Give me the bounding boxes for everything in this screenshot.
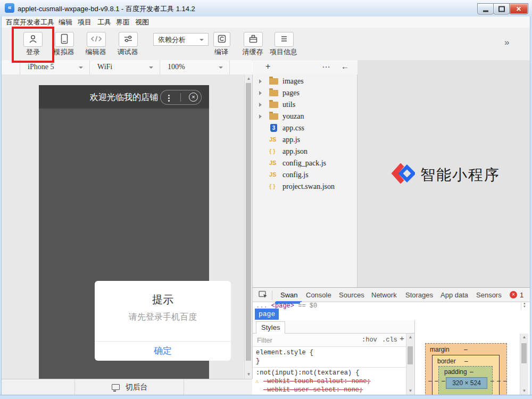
switch-background-button[interactable]: 切后台 (75, 379, 184, 395)
tree-item-images[interactable]: images (253, 76, 357, 87)
tab-console[interactable]: Console (306, 291, 331, 299)
network-select-value: WiFi (97, 63, 112, 71)
compile-label: 编译 (205, 47, 237, 57)
simulator-scrollbar[interactable]: ▲ ▼ (244, 74, 253, 379)
file-panel-more-button[interactable]: … (322, 60, 330, 70)
padding-right-value[interactable]: – (491, 377, 494, 385)
menu-item-ui[interactable]: 界面 (116, 18, 130, 27)
box-model-border[interactable]: border – padding – 320 × 524 (432, 355, 500, 395)
add-file-button[interactable]: + (265, 62, 270, 71)
tree-item-pages[interactable]: pages (253, 87, 357, 99)
folder-icon (269, 78, 278, 85)
error-badge-icon[interactable]: × (510, 291, 517, 298)
elements-panel: ... <page> == $0 ▲▼ page (253, 302, 530, 320)
warning-icon: ⚠ (255, 378, 259, 385)
maximize-button[interactable] (493, 3, 510, 14)
css-prop-touch-callout[interactable]: -webkit-touch-callout: none; (263, 378, 371, 385)
file-name: app.json (282, 147, 307, 156)
expand-arrow-icon[interactable] (259, 114, 262, 119)
box-model-scrollbar[interactable]: ▲ ▼ (520, 334, 528, 395)
plus-icon: + (265, 62, 270, 71)
debugger-button[interactable] (119, 32, 138, 47)
padding-top-value[interactable]: – (470, 368, 473, 376)
menu-item-view[interactable]: 视图 (135, 18, 149, 27)
filter-input[interactable]: Filter (257, 336, 272, 344)
login-button[interactable] (23, 32, 43, 47)
dialog-confirm-button[interactable]: 确定 (95, 341, 231, 361)
tab-network[interactable]: Network (371, 291, 397, 299)
menu-item-devtools[interactable]: 百度开发者工具 (6, 18, 54, 27)
file-name: images (282, 77, 304, 86)
box-model-margin[interactable]: margin – border – padding – 320 × 524 (425, 343, 507, 395)
project-info-button[interactable] (275, 32, 294, 47)
box-model-padding[interactable]: padding – 320 × 524 (438, 366, 493, 395)
minimize-button[interactable] (477, 3, 494, 14)
menu-item-project[interactable]: 项目 (78, 18, 92, 27)
hover-state-button[interactable]: :hov (362, 336, 377, 344)
more-menu-button[interactable] (168, 94, 170, 103)
scrollbar-thumb[interactable] (408, 346, 413, 364)
scroll-stepper-icon[interactable]: ▲▼ (523, 302, 526, 309)
clear-cache-button[interactable] (244, 32, 263, 47)
margin-left-value[interactable]: – (428, 377, 432, 385)
border-right-value[interactable]: – (497, 377, 501, 385)
tab-swan[interactable]: Swan (280, 291, 298, 299)
device-select[interactable]: iPhone 5 (20, 60, 89, 74)
dependency-analysis-select[interactable]: 依赖分析 (153, 33, 209, 46)
tab-sensors[interactable]: Sensors (476, 291, 502, 299)
scroll-up-icon[interactable]: ▲ (406, 335, 414, 339)
brand-logo: 智能小程序 (390, 162, 518, 186)
editor-button[interactable] (87, 32, 106, 47)
menu-item-edit[interactable]: 编辑 (59, 18, 72, 27)
tree-item-app-json[interactable]: { } app.json (253, 146, 357, 157)
simulator-button[interactable] (55, 32, 74, 47)
margin-right-value[interactable]: – (503, 377, 507, 385)
scroll-up-icon[interactable]: ▲ (245, 76, 253, 81)
selected-node-chip[interactable]: page (255, 309, 279, 320)
expand-arrow-icon[interactable] (259, 91, 262, 95)
tree-item-config-js[interactable]: JS config.js (253, 169, 357, 181)
toolbar-overflow-button[interactable]: » (504, 37, 509, 48)
compile-button[interactable] (213, 32, 230, 47)
network-select[interactable]: WiFi (89, 60, 160, 74)
styles-scrollbar[interactable]: ▲ ▼ (406, 334, 414, 395)
tree-item-utils[interactable]: utils (253, 99, 357, 111)
css-prop-user-select[interactable]: -webkit-user-select: none; (263, 386, 363, 394)
zoom-select[interactable]: 100% (160, 60, 230, 74)
scroll-down-icon[interactable]: ▼ (406, 388, 414, 393)
tree-item-app-css[interactable]: 3 app.css (253, 122, 357, 134)
tab-styles[interactable]: Styles (256, 321, 285, 334)
tree-item-project-swan-json[interactable]: { } project.swan.json (253, 181, 357, 193)
border-left-value[interactable]: – (435, 377, 438, 385)
folder-icon (269, 90, 278, 96)
scroll-down-icon[interactable]: ▼ (520, 388, 528, 393)
tree-item-config-pack-js[interactable]: JS config_pack.js (253, 157, 357, 169)
styles-pane: element.style { } :not(input):not(textar… (253, 347, 406, 395)
margin-top-value[interactable]: – (464, 346, 468, 353)
close-miniapp-button[interactable]: × (189, 93, 198, 102)
tree-item-app-js[interactable]: JS app.js (253, 134, 357, 146)
inspect-element-icon[interactable] (259, 290, 268, 299)
collapse-panel-button[interactable]: ← (341, 62, 349, 71)
new-rule-button[interactable]: + (400, 335, 404, 344)
tree-item-youzan[interactable]: youzan (253, 111, 357, 122)
scrollbar-thumb[interactable] (246, 83, 251, 361)
app-logo-icon: « (5, 3, 14, 13)
expand-arrow-icon[interactable] (259, 103, 262, 107)
border-top-value[interactable]: – (464, 358, 468, 365)
box-model-content[interactable]: 320 × 524 (446, 377, 487, 389)
tab-sources[interactable]: Sources (339, 291, 364, 299)
rule-element-style[interactable]: element.style { (256, 349, 313, 356)
padding-left-value[interactable]: – (442, 377, 445, 385)
padding-label: padding (444, 368, 467, 376)
expand-arrow-icon[interactable] (259, 79, 262, 84)
scrollbar-thumb[interactable] (521, 343, 527, 363)
tab-storages[interactable]: Storages (405, 291, 433, 299)
tab-app-data[interactable]: App data (440, 291, 468, 299)
rule-not-selector[interactable]: :not(input):not(textarea) { (256, 369, 359, 377)
close-button[interactable]: ✕ (509, 3, 528, 14)
scroll-up-icon[interactable]: ▲ (520, 335, 528, 339)
class-toggle-button[interactable]: .cls (382, 336, 397, 344)
menu-item-tools[interactable]: 工具 (97, 18, 111, 27)
scroll-down-icon[interactable]: ▼ (245, 372, 253, 377)
